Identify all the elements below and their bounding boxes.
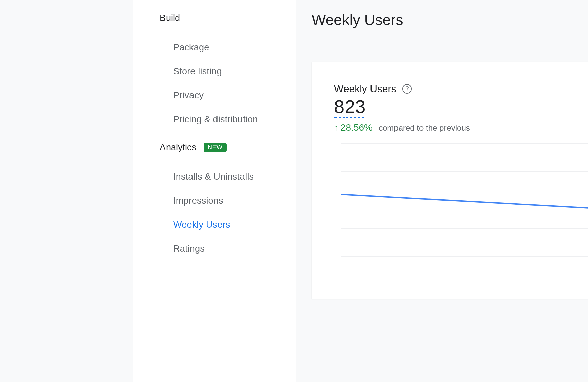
main-content: Weekly Users Weekly Users ? 823 ↑ 28.56%… bbox=[296, 0, 588, 382]
sidebar-item-weekly-users[interactable]: Weekly Users bbox=[160, 213, 296, 237]
delta-pct: 28.56% bbox=[340, 122, 373, 133]
sidebar-item-label: Installs & Uninstalls bbox=[173, 172, 254, 182]
nav-section-label: Build bbox=[160, 13, 180, 23]
help-icon[interactable]: ? bbox=[402, 84, 412, 94]
delta-value: ↑ 28.56% bbox=[334, 122, 373, 133]
delta-row: ↑ 28.56% compared to the previous bbox=[334, 122, 588, 133]
line-chart bbox=[341, 143, 588, 285]
sidebar-item-installs-uninstalls[interactable]: Installs & Uninstalls bbox=[160, 165, 296, 189]
card-value: 823 bbox=[334, 97, 365, 118]
delta-label: compared to the previous bbox=[379, 123, 470, 133]
sidebar: Build Package Store listing Privacy Pric… bbox=[133, 0, 296, 382]
left-gutter bbox=[0, 0, 133, 382]
chart-area bbox=[341, 143, 588, 285]
nav-section-analytics: Analytics NEW Installs & Uninstalls Impr… bbox=[160, 142, 296, 261]
nav-section-build: Build Package Store listing Privacy Pric… bbox=[160, 13, 296, 131]
new-badge: NEW bbox=[204, 143, 227, 152]
arrow-up-icon: ↑ bbox=[334, 123, 338, 132]
sidebar-item-label: Store listing bbox=[173, 66, 222, 76]
sidebar-item-store-listing[interactable]: Store listing bbox=[160, 59, 296, 83]
nav-section-header-build: Build bbox=[160, 13, 296, 23]
sidebar-item-label: Weekly Users bbox=[173, 220, 230, 230]
sidebar-item-impressions[interactable]: Impressions bbox=[160, 189, 296, 213]
sidebar-item-ratings[interactable]: Ratings bbox=[160, 237, 296, 261]
card-header: Weekly Users ? bbox=[334, 83, 588, 95]
sidebar-item-pricing-distribution[interactable]: Pricing & distribution bbox=[160, 107, 296, 131]
card-title: Weekly Users bbox=[334, 83, 396, 95]
nav-section-header-analytics: Analytics NEW bbox=[160, 142, 296, 153]
sidebar-item-label: Pricing & distribution bbox=[173, 114, 258, 124]
sidebar-item-label: Ratings bbox=[173, 244, 205, 254]
sidebar-item-package[interactable]: Package bbox=[160, 35, 296, 59]
sidebar-item-label: Package bbox=[173, 42, 209, 52]
sidebar-item-label: Impressions bbox=[173, 196, 223, 206]
nav-section-label: Analytics bbox=[160, 142, 196, 153]
page-title: Weekly Users bbox=[312, 11, 588, 28]
weekly-users-card: Weekly Users ? 823 ↑ 28.56% compared to … bbox=[312, 62, 588, 299]
sidebar-item-label: Privacy bbox=[173, 90, 204, 100]
sidebar-item-privacy[interactable]: Privacy bbox=[160, 83, 296, 107]
